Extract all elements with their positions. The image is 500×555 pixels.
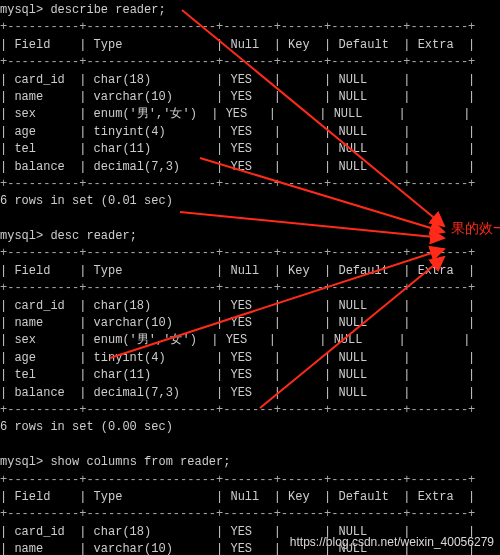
prompt-label: mysql> <box>0 455 43 469</box>
table-row: | name | varchar(10) | YES | | NULL | | <box>0 315 500 332</box>
terminal-output: mysql> describe reader;+----------+-----… <box>0 0 500 555</box>
table-row: | age | tinyint(4) | YES | | NULL | | <box>0 350 500 367</box>
sql-command: describe reader; <box>50 3 165 17</box>
table-separator: +----------+------------------+-------+-… <box>0 473 475 487</box>
prompt-line[interactable]: mysql> show columns from reader; <box>0 454 500 471</box>
annotation-label: 一样 的效 果 <box>451 220 500 238</box>
table-row: | age | tinyint(4) | YES | | NULL | | <box>0 124 500 141</box>
sql-command: desc reader; <box>50 229 136 243</box>
table-row: | tel | char(11) | YES | | NULL | | <box>0 141 500 158</box>
prompt-line[interactable]: mysql> describe reader; <box>0 2 500 19</box>
result-footer: 6 rows in set (0.00 sec) <box>0 420 173 434</box>
table-row: | card_id | char(18) | YES | | NULL | | <box>0 298 500 315</box>
table-separator: +----------+------------------+-------+-… <box>0 20 475 34</box>
table-row: | card_id | char(18) | YES | | NULL | | <box>0 72 500 89</box>
table-separator: +----------+------------------+-------+-… <box>0 177 475 191</box>
annotation-line-2: 的效 <box>465 220 493 238</box>
table-header-row: | Field | Type | Null | Key | Default | … <box>0 37 500 54</box>
result-footer: 6 rows in set (0.01 sec) <box>0 194 173 208</box>
prompt-label: mysql> <box>0 3 43 17</box>
table-separator: +----------+------------------+-------+-… <box>0 55 475 69</box>
table-row: | sex | enum('男','女') | YES | | NULL | | <box>0 332 500 349</box>
table-separator: +----------+------------------+-------+-… <box>0 403 475 417</box>
table-separator: +----------+------------------+-------+-… <box>0 507 475 521</box>
watermark: https://blog.csdn.net/weixin_40056279 <box>290 534 494 551</box>
prompt-label: mysql> <box>0 229 43 243</box>
table-header-row: | Field | Type | Null | Key | Default | … <box>0 263 500 280</box>
table-row: | sex | enum('男','女') | YES | | NULL | | <box>0 106 500 123</box>
sql-command: show columns from reader; <box>50 455 230 469</box>
table-separator: +----------+------------------+-------+-… <box>0 281 475 295</box>
table-row: | balance | decimal(7,3) | YES | | NULL … <box>0 385 500 402</box>
table-row: | tel | char(11) | YES | | NULL | | <box>0 367 500 384</box>
table-row: | balance | decimal(7,3) | YES | | NULL … <box>0 159 500 176</box>
table-header-row: | Field | Type | Null | Key | Default | … <box>0 489 500 506</box>
prompt-line[interactable]: mysql> desc reader; <box>0 228 500 245</box>
annotation-line-1: 一样 <box>493 220 500 238</box>
annotation-line-3: 果 <box>451 220 465 238</box>
table-row: | name | varchar(10) | YES | | NULL | | <box>0 89 500 106</box>
table-separator: +----------+------------------+-------+-… <box>0 246 475 260</box>
